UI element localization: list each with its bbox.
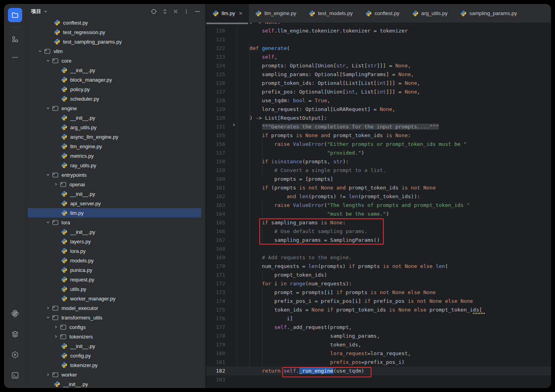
tree-item-tokenizers[interactable]: tokenizers bbox=[26, 332, 205, 341]
tree-item-transformers_utils[interactable]: transformers_utils bbox=[26, 313, 205, 322]
code-line-164[interactable]: 164 "must be the same.") bbox=[206, 210, 551, 218]
tree-item-arg_utils.py[interactable]: arg_utils.py bbox=[26, 122, 205, 132]
more-options-icon[interactable] bbox=[184, 9, 189, 14]
code-line-172[interactable]: 172 for i in range(num_requests): bbox=[206, 279, 551, 288]
code-line-173[interactable]: 173 prompt = prompts[i] if prompts is no… bbox=[206, 288, 551, 297]
tree-item-__init__.py[interactable]: __init__.py bbox=[26, 65, 205, 75]
more-tools-button[interactable] bbox=[8, 50, 22, 65]
code-line-156[interactable]: 156 raise ValueError("Either prompts or … bbox=[206, 140, 551, 149]
tab-arg_utils.py[interactable]: arg_utils.py bbox=[406, 4, 454, 23]
code-line-177[interactable]: 177 self._add_request(prompt, bbox=[206, 323, 551, 332]
tree-item-llm_engine.py[interactable]: llm_engine.py bbox=[26, 142, 205, 151]
chevron-right-icon[interactable] bbox=[53, 324, 59, 330]
code-line-179[interactable]: 179 token_ids, bbox=[206, 340, 551, 349]
tree-item-__init__.py[interactable]: __init__.py bbox=[26, 189, 205, 199]
chevron-right-icon[interactable] bbox=[53, 181, 59, 187]
tree-item-vllm[interactable]: vllm bbox=[26, 46, 205, 56]
tree-item-lora.py[interactable]: lora.py bbox=[26, 246, 205, 256]
code-line-178[interactable]: 178 sampling_params, bbox=[206, 332, 551, 340]
code-line-121[interactable]: 121 bbox=[206, 35, 551, 44]
tree-item-ray_utils.py[interactable]: ray_utils.py bbox=[26, 161, 205, 170]
code-line-122[interactable]: 122 def generate( bbox=[206, 44, 551, 53]
editor-viewport[interactable]: 119 ) -> None:120 self.llm_engine.tokeni… bbox=[206, 23, 551, 388]
code-line-180[interactable]: 180 lora_request=lora_request, bbox=[206, 349, 551, 358]
code-line-168[interactable]: 168 bbox=[206, 245, 551, 253]
tree-item-__init__.py[interactable]: __init__.py bbox=[26, 113, 205, 122]
locate-file-icon[interactable] bbox=[151, 8, 157, 15]
tree-item-engine[interactable]: engine bbox=[26, 103, 205, 113]
tree-item-lora[interactable]: lora bbox=[26, 218, 205, 227]
chevron-down-icon[interactable] bbox=[45, 314, 51, 321]
tree-item-__init__.py[interactable]: __init__.py bbox=[26, 227, 205, 237]
run-tool-button[interactable] bbox=[8, 348, 22, 362]
code-line-182[interactable]: 182 return self._run_engine(use_tqdm) bbox=[206, 367, 551, 375]
tree-item-configs[interactable]: configs bbox=[26, 322, 205, 332]
tree-item-policy.py[interactable]: policy.py bbox=[26, 84, 205, 94]
code-line-128[interactable]: 128 use_tqdm: bool = True, bbox=[206, 96, 551, 105]
tree-item-__init__.py[interactable]: __init__.py bbox=[26, 341, 205, 351]
code-line-155[interactable]: 155 if prompts is None and prompt_token_… bbox=[206, 131, 551, 140]
code-line-120[interactable]: 120 self.llm_engine.tokenizer.tokenizer … bbox=[206, 27, 551, 35]
chevron-down-icon[interactable] bbox=[37, 48, 43, 54]
code-line-169[interactable]: 169 # Add requests to the engine. bbox=[206, 253, 551, 262]
python-packages-button[interactable] bbox=[8, 306, 22, 321]
tree-item-__init__.py[interactable]: __init__.py bbox=[26, 379, 205, 388]
code-line-161[interactable]: 161 if (prompts is not None and prompt_t… bbox=[206, 184, 551, 192]
services-button[interactable] bbox=[8, 327, 22, 341]
code-line-129[interactable]: 129 lora_request: Optional[LoRARequest] … bbox=[206, 105, 551, 114]
hide-panel-icon[interactable] bbox=[194, 9, 201, 14]
tree-item-llm.py[interactable]: llm.py bbox=[26, 208, 205, 218]
tree-item-tokenizer.py[interactable]: tokenizer.py bbox=[26, 360, 205, 370]
tree-item-config.py[interactable]: config.py bbox=[26, 351, 205, 360]
tab-llm.py[interactable]: llm.py✕ bbox=[206, 4, 249, 23]
code-line-157[interactable]: 157 "provided.") bbox=[206, 149, 551, 157]
project-tool-button[interactable] bbox=[8, 8, 22, 22]
code-line-176[interactable]: 176 i] bbox=[206, 314, 551, 323]
chevron-right-icon[interactable] bbox=[53, 333, 59, 340]
tree-item-openai[interactable]: openai bbox=[26, 180, 205, 189]
code-line-158[interactable]: 158 if isinstance(prompts, str): bbox=[206, 157, 551, 166]
tree-item-entrypoints[interactable]: entrypoints bbox=[26, 170, 205, 180]
code-line-123[interactable]: 123 self, bbox=[206, 53, 551, 61]
tree-item-request.py[interactable]: request.py bbox=[26, 275, 205, 284]
code-line-130[interactable]: 130 ) -> List[RequestOutput]: bbox=[206, 114, 551, 122]
chevron-down-icon[interactable] bbox=[45, 57, 51, 64]
chevron-down-icon[interactable] bbox=[45, 105, 51, 111]
close-icon[interactable]: ✕ bbox=[239, 11, 243, 16]
tree-item-models.py[interactable]: models.py bbox=[26, 256, 205, 265]
chevron-right-icon[interactable] bbox=[45, 305, 51, 311]
code-line-159[interactable]: 159 # Convert a single prompt to a list. bbox=[206, 166, 551, 175]
code-line-125[interactable]: 125 sampling_params: Optional[SamplingPa… bbox=[206, 70, 551, 79]
code-line-119[interactable]: 119 ) -> None: bbox=[206, 23, 551, 27]
code-line-131[interactable]: 131 """Generates the completions for the… bbox=[206, 122, 551, 131]
tree-item-worker_manager.py[interactable]: worker_manager.py bbox=[26, 294, 205, 303]
expand-collapse-icon[interactable] bbox=[162, 8, 168, 15]
chevron-right-icon[interactable] bbox=[45, 371, 51, 378]
terminal-button[interactable] bbox=[8, 368, 22, 382]
code-line-162[interactable]: 162 and len(prompts) != len(prompt_token… bbox=[206, 192, 551, 201]
code-line-124[interactable]: 124 prompts: Optional[Union[str, List[st… bbox=[206, 61, 551, 70]
tree-item-model_executor[interactable]: model_executor bbox=[26, 303, 205, 313]
code-line-175[interactable]: 175 token_ids = None if prompt_token_ids… bbox=[206, 306, 551, 314]
code-line-174[interactable]: 174 prefix_pos_i = prefix_pos[i] if pref… bbox=[206, 297, 551, 306]
close-icon[interactable] bbox=[173, 9, 178, 14]
tree-item-block_manager.py[interactable]: block_manager.py bbox=[26, 75, 205, 84]
chevron-down-icon[interactable] bbox=[45, 219, 51, 226]
tree-item-test_regression.py[interactable]: test_regression.py bbox=[26, 27, 205, 37]
tree-item-api_server.py[interactable]: api_server.py bbox=[26, 199, 205, 208]
code-line-170[interactable]: 170 num_requests = len(prompts) if promp… bbox=[206, 262, 551, 271]
tree-item-async_llm_engine.py[interactable]: async_llm_engine.py bbox=[26, 132, 205, 142]
code-line-171[interactable]: 171 prompt_token_ids) bbox=[206, 271, 551, 279]
tree-item-utils.py[interactable]: utils.py bbox=[26, 284, 205, 294]
tab-llm_engine.py[interactable]: llm_engine.py bbox=[249, 4, 302, 23]
structure-tool-button[interactable] bbox=[8, 32, 22, 46]
tab-test_models.py[interactable]: test_models.py bbox=[302, 4, 359, 23]
tree-item-conftest.py[interactable]: conftest.py bbox=[26, 18, 205, 27]
code-line-126[interactable]: 126 prompt_token_ids: Optional[List[List… bbox=[206, 79, 551, 88]
tab-conftest.py[interactable]: conftest.py bbox=[359, 4, 406, 23]
tree-item-layers.py[interactable]: layers.py bbox=[26, 237, 205, 246]
tree-item-metrics.py[interactable]: metrics.py bbox=[26, 151, 205, 161]
code-line-183[interactable]: 183 bbox=[206, 375, 551, 384]
code-line-127[interactable]: 127 prefix_pos: Optional[Union[int, List… bbox=[206, 88, 551, 96]
code-line-163[interactable]: 163 raise ValueError("The lengths of pro… bbox=[206, 201, 551, 210]
